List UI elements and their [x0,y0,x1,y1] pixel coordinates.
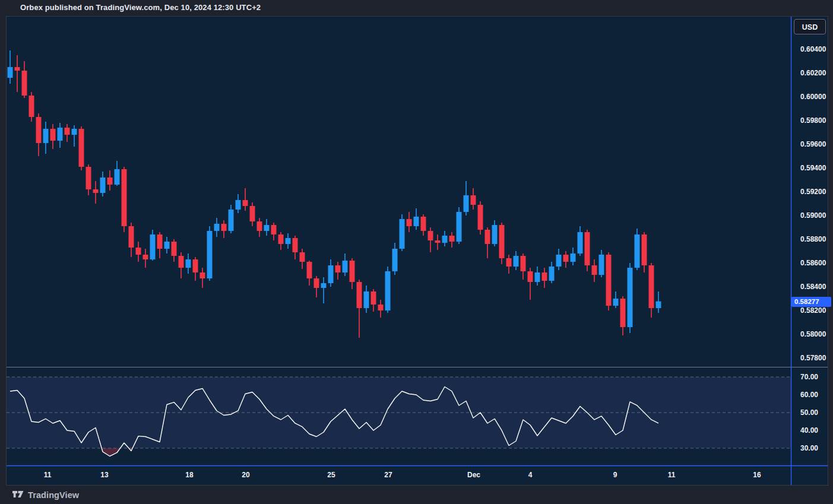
candle-body [528,271,533,282]
candle-body [200,272,205,278]
candle-body [321,283,327,288]
candle-body [521,256,526,271]
candle-body [592,265,597,275]
candle-body [293,238,298,252]
last-price-tag: 0.58277 [791,297,831,307]
candle-body [478,205,483,230]
candle-body [563,255,569,262]
candle-body [421,217,426,231]
candle-body [485,230,490,244]
tradingview-icon [12,491,24,499]
candle-body [186,259,191,268]
candle-body [122,169,127,226]
candle-body [264,225,270,231]
footer-bar: TradingView [0,486,833,504]
candle-body [435,240,441,243]
candle-body [65,128,70,135]
candle-body [535,272,540,282]
candle-body [100,177,106,193]
candle-body [357,282,362,308]
candle-body [250,206,255,221]
candle-body [599,255,604,275]
candle-body [278,234,284,244]
candle-body [335,265,341,272]
tradingview-wordmark: TradingView [28,490,79,500]
candle-body [385,271,391,310]
candle-body [43,129,49,143]
candle-body [635,234,640,268]
candle-body [236,200,241,210]
candle-body [15,67,20,71]
candle-body [22,71,27,96]
candle-body [343,261,348,272]
candle-body [29,96,34,117]
candle-body [400,219,405,249]
candle-body [578,232,583,253]
attribution-text: Orbex published on TradingView.com, Dec … [20,3,261,15]
candle-body [449,236,455,242]
candle-body [407,219,412,226]
candle-body [72,129,77,135]
candle-body [628,268,633,327]
candle-body [314,278,319,288]
candle-body [179,256,184,268]
candle-body [350,261,355,282]
candle-body [514,256,519,267]
candle-body [542,272,547,281]
tradingview-logo-link[interactable]: TradingView [12,490,79,500]
candle-body [613,299,619,306]
candle-body [328,265,334,283]
candle-body [8,67,13,78]
candle-body [36,117,42,143]
candle-body [58,128,63,141]
candle-body [86,167,91,189]
candle-body [457,212,462,242]
candle-body [571,253,576,262]
candle-body [257,221,262,231]
candle-body [300,252,305,262]
candle-body [115,169,120,185]
candle-body [642,234,647,265]
candle-body [378,305,384,310]
candle-body [392,249,398,271]
candle-body [307,262,312,278]
candle-body [79,129,84,167]
candle-body [464,195,469,212]
candle-body [243,200,248,206]
candle-body [414,217,419,226]
candle-body [656,302,661,308]
candle-body [229,210,234,231]
candle-body [150,234,156,259]
candle-body [471,195,476,205]
candle-body [164,242,170,249]
candle-body [221,224,227,231]
currency-badge: USD [794,19,826,34]
candle-body [107,177,113,185]
candle-body [50,129,56,141]
candle-body [428,231,433,240]
candle-body [585,232,590,265]
candle-body [499,225,505,258]
candle-body [606,255,612,306]
chart-canvas[interactable] [7,17,828,485]
candle-body [157,234,163,249]
candle-body [442,236,448,243]
candle-body [143,255,148,259]
candle-body [286,238,291,244]
tradingview-published-chart: Orbex published on TradingView.com, Dec … [0,0,833,504]
candle-body [371,291,376,305]
candle-body [93,189,99,193]
candle-body [556,255,562,267]
candle-body [620,299,626,327]
candle-body [193,259,198,272]
candle-body [549,267,555,281]
candle-body [214,224,220,231]
candle-body [207,231,213,278]
chart-widget[interactable]: 0.58277 USD 0.604000.602000.600000.59800… [6,16,828,486]
candle-body [271,225,277,234]
candle-body [506,258,512,267]
candle-body [492,225,498,244]
candle-body [129,226,134,248]
candle-body [136,248,141,255]
candle-body [649,265,654,308]
